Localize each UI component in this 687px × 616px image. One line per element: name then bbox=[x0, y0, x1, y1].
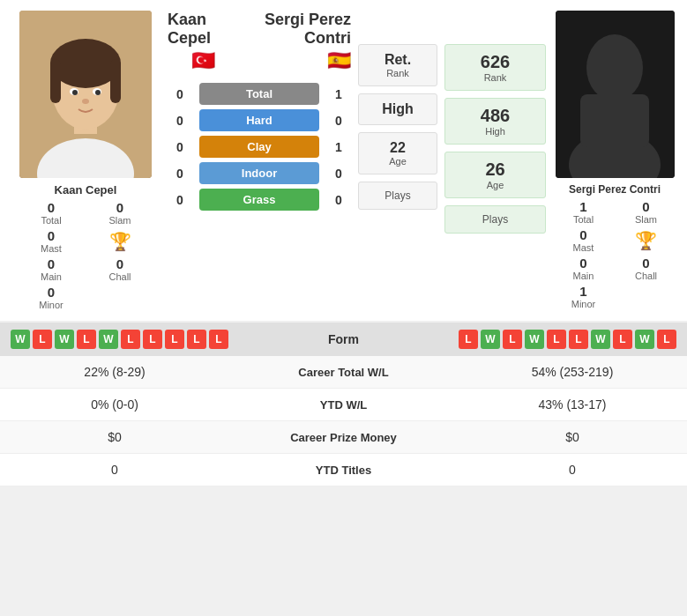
career-wl-right: 54% (253-219) bbox=[475, 365, 669, 379]
left-minor-stat: 0 Minor bbox=[24, 285, 78, 310]
ytd-titles-row: 0 YTD Titles 0 bbox=[0, 454, 687, 486]
right-player-stats: 1 Total 0 Slam 0 Mast 🏆 0 Main 0 Chall 1 bbox=[557, 199, 672, 309]
total-left-score: 0 bbox=[168, 87, 192, 101]
right-minor-label: Minor bbox=[557, 299, 609, 309]
hard-right-score: 0 bbox=[326, 114, 351, 128]
prize-row: $0 Career Prize Money $0 bbox=[0, 421, 687, 454]
right-player-photo bbox=[556, 11, 675, 178]
left-high-card: High bbox=[358, 93, 437, 125]
right-rank-value: 626 bbox=[451, 52, 540, 72]
right-main-label: Main bbox=[557, 271, 609, 281]
left-player-name: Kaan Cepel bbox=[55, 183, 117, 197]
indoor-left-score: 0 bbox=[168, 167, 192, 181]
left-plays-card: Plays bbox=[358, 182, 437, 210]
left-mast-value: 0 bbox=[48, 228, 55, 243]
svg-rect-5 bbox=[50, 59, 61, 103]
total-badge: Total bbox=[199, 83, 319, 105]
right-mast-label: Mast bbox=[557, 242, 609, 253]
hard-badge: Hard bbox=[199, 109, 319, 131]
form-label: Form bbox=[328, 332, 359, 346]
form-badge: W bbox=[591, 330, 610, 349]
clay-right-score: 1 bbox=[326, 140, 351, 154]
left-minor-value: 0 bbox=[24, 285, 78, 300]
left-minor-label: Minor bbox=[24, 300, 78, 310]
right-photo-svg bbox=[556, 11, 675, 178]
right-slam-stat: 0 Slam bbox=[620, 199, 672, 225]
right-age-label: Age bbox=[451, 180, 540, 190]
form-badge: W bbox=[481, 330, 500, 349]
left-rank-value: Ret. bbox=[364, 52, 431, 68]
left-flag: 🇹🇷 bbox=[168, 49, 238, 72]
surfaces-area: 0 Total 1 0 Hard 0 0 Clay 1 bbox=[168, 83, 351, 215]
form-badge: L bbox=[613, 330, 632, 349]
form-section: WLWLWLLLLL Form LWLWLLWLWL bbox=[0, 323, 687, 356]
ytd-wl-left: 0% (0-0) bbox=[18, 397, 212, 412]
career-wl-label: Career Total W/L bbox=[212, 366, 475, 379]
left-chall-stat: 0 Chall bbox=[93, 256, 147, 282]
left-slam-stat: 0 Slam bbox=[93, 200, 147, 226]
left-total-label: Total bbox=[24, 215, 78, 226]
ytd-wl-label: YTD W/L bbox=[212, 398, 475, 412]
left-name-text: Kaan Cepel bbox=[168, 11, 238, 48]
right-trophy: 🏆 bbox=[620, 227, 672, 253]
form-badge: L bbox=[121, 330, 140, 349]
prize-right: $0 bbox=[475, 430, 669, 444]
right-age-card: 26 Age bbox=[444, 152, 546, 198]
form-badge: W bbox=[635, 330, 654, 349]
prize-left: $0 bbox=[18, 430, 212, 444]
clay-left-score: 0 bbox=[168, 140, 192, 154]
ytd-wl-right: 43% (13-17) bbox=[475, 397, 669, 412]
left-age-card: 22 Age bbox=[358, 132, 437, 174]
right-center-stats: 626 Rank 486 High 26 Age Plays bbox=[444, 11, 546, 310]
form-badge: L bbox=[547, 330, 566, 349]
left-main-stat: 0 Main bbox=[24, 256, 78, 282]
left-plays-label: Plays bbox=[364, 189, 431, 202]
form-badge: L bbox=[165, 330, 184, 349]
right-player-name: Sergi Perez Contri bbox=[569, 183, 661, 196]
right-total-stat: 1 Total bbox=[557, 199, 609, 225]
svg-rect-15 bbox=[580, 94, 649, 147]
left-center-stats: Ret. Rank High 22 Age Plays bbox=[358, 11, 437, 310]
form-badge: L bbox=[33, 330, 52, 349]
left-total-value: 0 bbox=[24, 200, 78, 215]
left-total-stat: 0 Total bbox=[24, 200, 78, 226]
right-chall-stat: 0 Chall bbox=[620, 256, 672, 281]
grass-left-score: 0 bbox=[168, 193, 192, 207]
left-rank-label: Rank bbox=[364, 68, 431, 78]
ytd-titles-right: 0 bbox=[475, 463, 669, 477]
clay-row: 0 Clay 1 bbox=[168, 136, 351, 158]
grass-row: 0 Grass 0 bbox=[168, 189, 351, 211]
left-photo-svg bbox=[19, 11, 152, 178]
right-total-label: Total bbox=[557, 214, 609, 225]
right-minor-stat: 1 Minor bbox=[557, 284, 609, 309]
clay-badge: Clay bbox=[199, 136, 319, 158]
indoor-right-score: 0 bbox=[326, 167, 351, 181]
left-age-value: 22 bbox=[364, 140, 431, 156]
right-mast-stat: 0 Mast bbox=[557, 227, 609, 253]
left-main-label: Main bbox=[24, 271, 78, 282]
right-flag: 🇪🇸 bbox=[238, 49, 351, 72]
left-slam-label: Slam bbox=[93, 215, 147, 226]
right-rank-card: 626 Rank bbox=[444, 44, 546, 91]
form-badge: L bbox=[503, 330, 522, 349]
right-plays-label: Plays bbox=[451, 213, 540, 226]
right-age-value: 26 bbox=[451, 160, 540, 180]
ytd-titles-label: YTD Titles bbox=[212, 464, 475, 477]
left-main-value: 0 bbox=[24, 256, 78, 271]
form-badge: W bbox=[525, 330, 544, 349]
left-high-value: High bbox=[364, 101, 431, 117]
form-badge: L bbox=[143, 330, 162, 349]
left-slam-value: 0 bbox=[93, 200, 147, 215]
form-badge: L bbox=[209, 330, 228, 349]
left-player-photo bbox=[19, 11, 152, 178]
right-total-value: 1 bbox=[557, 199, 609, 214]
right-name-text: Sergi Perez Contri bbox=[238, 11, 351, 48]
top-section: Kaan Cepel 0 Total 0 Slam 0 Mast 🏆 0 Mai… bbox=[0, 0, 687, 321]
prize-label: Career Prize Money bbox=[212, 431, 475, 444]
center-panel: Kaan Cepel 🇹🇷 Sergi Perez Contri 🇪🇸 0 To… bbox=[168, 11, 351, 310]
form-badge: L bbox=[657, 330, 676, 349]
form-badge: L bbox=[459, 330, 478, 349]
svg-point-11 bbox=[82, 99, 89, 104]
right-player-name-header: Sergi Perez Contri 🇪🇸 bbox=[238, 11, 351, 72]
hard-left-score: 0 bbox=[168, 114, 192, 128]
